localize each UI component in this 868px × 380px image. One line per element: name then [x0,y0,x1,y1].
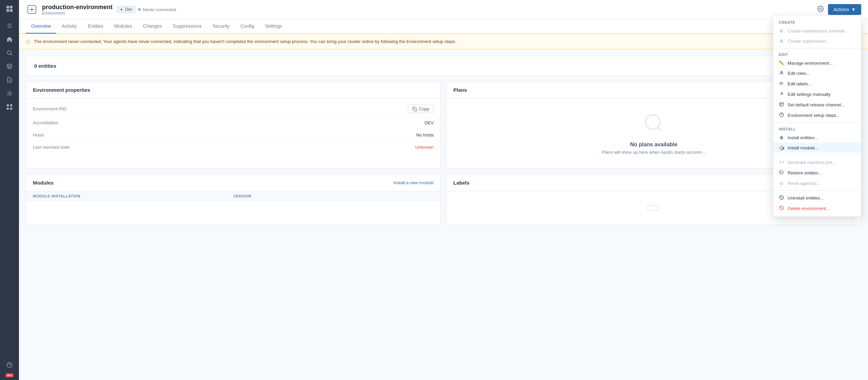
dropdown-item-env-setup[interactable]: Environment setup steps... [773,110,861,121]
create-suppression-label: Create suppression... [788,39,830,44]
svg-rect-9 [7,108,9,110]
plans-empty-icon [643,112,665,138]
prop-row-hosts: Hosts No hosts [26,129,440,141]
entities-count: 0 entities [34,63,56,69]
sidebar-item-home[interactable] [3,33,16,45]
dropdown-item-reset-agents[interactable]: ⊘ Reset agent(s)... [773,178,861,188]
dropdown-section-edit: Edit [773,50,861,58]
tab-entities[interactable]: Entities [82,19,109,34]
main-content: production-environment Environment Dev N… [19,0,868,380]
tab-config[interactable]: Config [235,19,259,34]
install-entities-label: Install entities... [788,135,818,140]
dropdown-item-install-entities[interactable]: ⊕ Install entities... [773,132,861,143]
alert-bar: ⚠ The environment never connected. Your … [19,34,868,49]
edit-roles-label: Edit roles... [788,71,810,76]
prop-row-rid: Environment RID Copy [26,101,440,117]
uninstall-entities-icon [779,195,784,201]
dropdown-item-delete-env[interactable]: Delete environment... [773,203,861,214]
svg-rect-7 [7,104,9,106]
prop-label-hosts: Hosts [33,132,416,138]
env-properties-body: Environment RID Copy Accreditation DEV H… [26,99,440,156]
page-body: 0 entities Environment properties Enviro… [19,49,868,380]
sidebar-item-docs[interactable] [3,74,16,86]
dev-badge: dev [5,373,14,377]
copy-rid-button[interactable]: Copy [408,105,434,113]
dropdown-divider-3 [773,155,861,155]
label-empty-icon [647,205,660,211]
prop-label-state: Last reported state [33,145,415,150]
set-release-icon [779,102,784,108]
actions-button[interactable]: Actions ▼ [828,4,861,15]
dropdown-item-edit-settings[interactable]: Edit settings manually [773,89,861,100]
dropdown-item-set-release[interactable]: Set default release channel... [773,100,861,110]
install-module-label: Install module... [788,145,818,150]
tab-activity[interactable]: Activity [56,19,82,34]
svg-point-16 [781,71,783,73]
svg-rect-10 [10,108,12,110]
dropdown-item-edit-roles[interactable]: Edit roles... [773,68,861,79]
sidebar-item-help[interactable] [3,359,16,371]
header-logo-icon [26,3,38,16]
tab-modules[interactable]: Modules [109,19,138,34]
header-badges: Dev Never connected [117,6,176,13]
dropdown-item-manage-env[interactable]: ✏️ Manage environment... [773,58,861,68]
dev-badge-label: Dev [125,7,132,12]
actions-label: Actions [833,7,849,12]
manage-env-label: Manage environment... [788,61,833,66]
edit-roles-icon [779,70,784,76]
create-maintenance-label: Create maintenance override... [788,28,848,34]
sidebar-bottom: dev [3,358,16,377]
modules-title: Modules [33,180,54,186]
svg-rect-1 [10,6,13,8]
env-name: production-environment [42,4,113,11]
dropdown-item-generate-manifest[interactable]: Generate manifest.yml... [773,157,861,168]
dropdown-item-restore-entities[interactable]: Restore entities... [773,168,861,178]
tab-changes[interactable]: Changes [138,19,167,34]
dropdown-item-install-module[interactable]: 🎲 Install module... [773,143,861,153]
modules-col-version: VERSION [233,194,434,198]
env-label: Environment [42,11,113,16]
dropdown-section-create: Create [773,18,861,26]
sidebar-item-search[interactable] [3,47,16,59]
svg-line-5 [11,54,12,55]
svg-rect-3 [10,9,13,12]
sidebar-item-menu[interactable]: ☰ [3,20,16,32]
svg-point-4 [7,51,11,55]
generate-manifest-icon [779,160,784,165]
dropdown-divider-1 [773,48,861,48]
dropdown-item-edit-labels[interactable]: Edit labels... [773,79,861,89]
two-col-section: Environment properties Environment RID C… [26,81,861,169]
svg-point-6 [9,93,11,94]
tab-suppressions[interactable]: Suppressions [167,19,207,34]
sidebar-item-packages[interactable] [3,60,16,72]
edit-settings-label: Edit settings manually [788,92,830,97]
tab-security[interactable]: Security [207,19,235,34]
create-suppression-icon: ⊕ [779,38,784,44]
sidebar-item-settings[interactable] [3,87,16,100]
plans-empty-title: No plans available [630,142,677,148]
entities-card: 0 entities [26,56,861,76]
svg-rect-18 [780,103,784,106]
actions-dropdown: Create ⊕ Create maintenance override... … [773,15,861,217]
connection-status-badge: Never connected [138,7,176,12]
dropdown-divider-2 [773,123,861,123]
edit-settings-icon [779,91,784,97]
tab-settings[interactable]: Settings [259,19,288,34]
sidebar-logo [3,3,16,15]
dropdown-item-create-maintenance[interactable]: ⊕ Create maintenance override... [773,26,861,36]
dropdown-item-uninstall-entities[interactable]: Uninstall entities... [773,193,861,203]
reset-agents-icon: ⊘ [779,181,784,186]
svg-point-15 [646,115,660,129]
sidebar-item-apps[interactable] [3,101,16,113]
two-col-section-2: Modules Install a new module MODULE INST… [26,174,861,225]
env-setup-label: Environment setup steps... [788,113,840,118]
tab-overview[interactable]: Overview [26,19,56,34]
header-title-area: production-environment Environment [42,4,113,16]
modules-table-header: MODULE INSTALLATION VERSION [26,191,440,201]
install-module-link[interactable]: Install a new module [393,180,434,185]
restore-entities-label: Restore entities... [788,170,822,175]
env-properties-title: Environment properties [26,82,440,99]
edit-labels-label: Edit labels... [788,81,812,86]
settings-icon-button[interactable] [816,4,825,15]
dropdown-item-create-suppression[interactable]: ⊕ Create suppression... [773,36,861,46]
